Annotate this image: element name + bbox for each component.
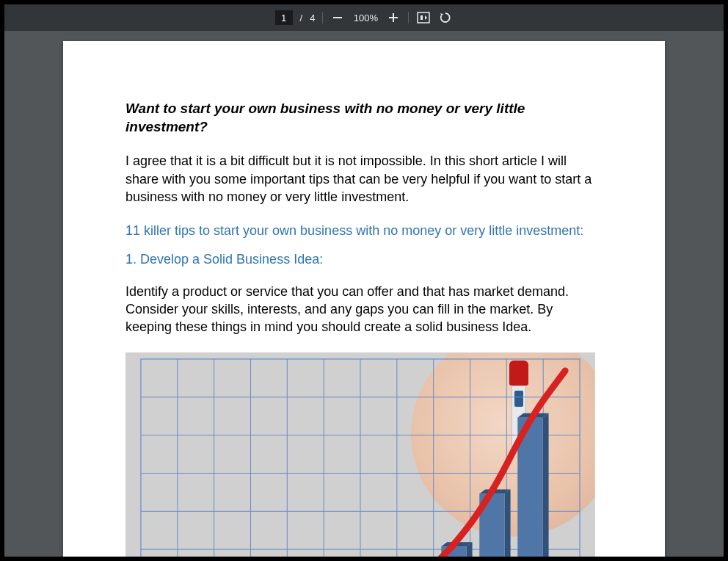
zoom-level-label: 100%	[352, 12, 379, 23]
doc-paragraph-1: Identify a product or service that you c…	[125, 283, 603, 336]
page-total-label: 4	[310, 12, 315, 23]
toolbar-separator	[322, 12, 323, 23]
fit-to-page-button[interactable]	[416, 10, 431, 25]
page-separator: /	[300, 12, 303, 23]
doc-title-question: Want to start your own business with no …	[125, 100, 603, 136]
page-scroll-container[interactable]: Want to start your own business with no …	[4, 31, 724, 557]
rotate-button[interactable]	[438, 10, 453, 25]
growth-chart-image	[125, 352, 595, 557]
svg-marker-48	[505, 489, 511, 557]
pdf-viewer-frame: / 4 100% Want to start your own business…	[4, 4, 724, 557]
page-group: / 4	[275, 10, 316, 25]
svg-rect-0	[333, 17, 342, 18]
view-group	[416, 10, 453, 25]
svg-rect-2	[393, 13, 394, 22]
zoom-out-button[interactable]	[330, 10, 345, 25]
zoom-in-button[interactable]	[386, 10, 401, 25]
svg-rect-3	[418, 12, 429, 23]
svg-rect-4	[421, 15, 423, 20]
document-page: Want to start your own business with no …	[63, 41, 665, 557]
zoom-group: 100%	[330, 10, 401, 25]
doc-intro-paragraph: I agree that it is a bit difficult but i…	[125, 152, 603, 206]
growth-chart-svg	[126, 353, 594, 557]
doc-heading-sub: 1. Develop a Solid Business Idea:	[125, 250, 603, 268]
pdf-toolbar: / 4 100%	[4, 4, 724, 31]
page-number-input[interactable]	[275, 10, 293, 25]
doc-heading-main: 11 killer tips to start your own busines…	[125, 222, 603, 239]
toolbar-separator	[408, 12, 409, 23]
svg-marker-51	[543, 413, 549, 557]
